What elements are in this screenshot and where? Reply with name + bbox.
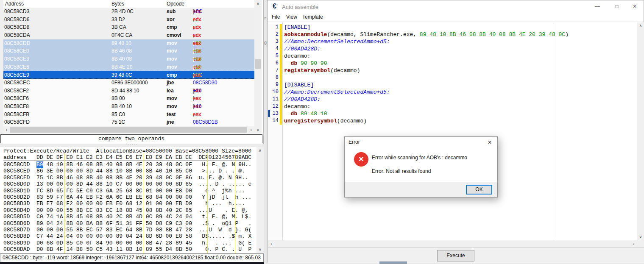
dialog-close-button[interactable]: ✕: [485, 138, 495, 147]
hex-byte[interactable]: 65: [56, 188, 63, 194]
hex-byte[interactable]: EC: [106, 207, 113, 214]
disasm-row[interactable]: 08C58CFD75 1Cjne08C58D1B: [3, 118, 254, 126]
hex-byte[interactable]: 40: [106, 161, 113, 168]
hex-row[interactable]: 08C58CFD 75 1C 8B 46 08 8B 40 08 8B 4E 2…: [3, 175, 251, 181]
hex-byte[interactable]: 39: [156, 161, 162, 168]
hex-byte[interactable]: 4F: [56, 246, 63, 253]
hex-byte[interactable]: 00: [86, 233, 93, 239]
hex-byte[interactable]: 10: [56, 161, 63, 168]
hex-byte[interactable]: 00: [86, 200, 93, 207]
hex-byte[interactable]: 8B: [126, 168, 133, 174]
hex-byte[interactable]: EB: [106, 200, 113, 207]
maximize-button[interactable]: □: [610, 0, 624, 13]
hex-byte[interactable]: C0: [76, 240, 83, 246]
code-line[interactable]: 6 db 90 90 90: [268, 60, 637, 67]
hex-byte[interactable]: 01: [146, 200, 153, 207]
hex-byte[interactable]: 40: [156, 168, 162, 174]
scroll-up-icon[interactable]: ∧: [254, 0, 262, 7]
hex-byte[interactable]: 8B: [116, 175, 123, 181]
hex-row[interactable]: 08C58D1D FC 8D 65 FC 5E C9 C3 6A 25 68 8…: [3, 188, 251, 194]
hex-byte[interactable]: 8B: [166, 227, 173, 233]
hex-row[interactable]: 08C58D7D 00 00 00 55 8B EC 57 83 EC 64 8…: [3, 227, 251, 233]
hex-byte[interactable]: 00: [76, 233, 83, 239]
hex-byte[interactable]: 55: [66, 207, 73, 214]
hex-byte[interactable]: 00: [66, 168, 73, 174]
hex-byte[interactable]: 00: [66, 181, 73, 187]
hex-byte[interactable]: FC: [66, 188, 73, 194]
hex-byte[interactable]: 8D: [146, 233, 153, 239]
hex-row[interactable]: 08C58D3D EB E7 68 F2 00 00 00 EB E0 68 1…: [3, 200, 251, 207]
hex-byte[interactable]: 8B: [96, 161, 103, 168]
disasm-row[interactable]: 08C58CDA0F4C CAcmovlecx,edx: [3, 31, 254, 39]
scrollbar-thumb[interactable]: [255, 59, 261, 69]
disasm-row[interactable]: 08C58CD83B CAcmpecx,edx: [3, 23, 254, 31]
hex-row[interactable]: 08C58D5D C0 74 1A 8B 45 08 8B 40 2C 8B 4…: [3, 214, 251, 220]
hex-byte[interactable]: E8: [176, 233, 182, 239]
hex-row[interactable]: 08C58D6D 89 04 24 8B 00 BA B8 6F 51 31 F…: [3, 220, 251, 227]
hex-byte[interactable]: 89: [176, 240, 182, 246]
scrollbar-thumb[interactable]: [10, 127, 247, 133]
hex-byte[interactable]: 0C: [146, 214, 153, 220]
hex-byte[interactable]: 08: [106, 175, 113, 181]
code-line[interactable]: 10//Ammo:DecrementSelectedAmmo+d5:: [268, 89, 637, 96]
hex-byte[interactable]: 74: [46, 214, 53, 220]
hex-byte[interactable]: 00: [36, 227, 43, 233]
code-line[interactable]: 8: [268, 74, 637, 81]
disasm-row[interactable]: 08C58CF88B 40 10moveax,[eax+10]: [3, 103, 254, 111]
code-line[interactable]: 11//00AD428D:: [268, 96, 637, 103]
hex-byte[interactable]: 00: [106, 233, 113, 239]
hex-byte[interactable]: 6A: [66, 194, 73, 200]
hex-row[interactable]: 08C58D0D 13 00 00 00 8D 44 88 10 C7 00 0…: [3, 181, 251, 187]
hex-byte[interactable]: 00: [76, 220, 83, 227]
hex-byte[interactable]: 88: [96, 181, 103, 187]
hex-byte[interactable]: 12: [136, 200, 142, 207]
hex-byte[interactable]: 00: [76, 200, 83, 207]
hex-byte[interactable]: 86: [36, 168, 43, 174]
hex-byte[interactable]: 10: [166, 168, 173, 174]
hex-byte[interactable]: 39: [146, 175, 153, 181]
hex-byte[interactable]: 00: [185, 220, 192, 227]
hex-byte[interactable]: 24: [176, 214, 182, 220]
hex-byte[interactable]: 0F: [176, 175, 182, 181]
hex-byte[interactable]: 14: [66, 246, 73, 253]
hex-byte[interactable]: 40: [166, 207, 173, 214]
hex-byte[interactable]: 08: [76, 175, 83, 181]
hex-byte[interactable]: 4E: [136, 161, 142, 168]
hex-byte[interactable]: B8: [96, 220, 103, 227]
hex-byte[interactable]: 00: [126, 181, 133, 187]
hex-byte[interactable]: 8B: [126, 161, 133, 168]
hex-byte[interactable]: 57: [96, 227, 103, 233]
dialog-titlebar[interactable]: Error ✕: [345, 137, 497, 148]
hex-byte[interactable]: 85: [176, 168, 182, 174]
hex-byte[interactable]: 8B: [76, 227, 83, 233]
hex-byte[interactable]: 8B: [66, 220, 73, 227]
hex-byte[interactable]: 4E: [126, 175, 133, 181]
hex-byte[interactable]: 8B: [146, 240, 153, 246]
hex-byte[interactable]: 8B: [66, 214, 73, 220]
hex-byte[interactable]: 46: [66, 175, 73, 181]
hex-byte[interactable]: 00: [96, 200, 103, 207]
hex-byte[interactable]: 00: [136, 240, 142, 246]
hex-byte[interactable]: 00: [146, 181, 153, 187]
hex-byte[interactable]: 68: [56, 200, 63, 207]
hex-byte[interactable]: 28: [185, 227, 192, 233]
hex-row[interactable]: 08C58D9D D0 68 0D 85 C0 0F 84 90 00 00 0…: [3, 240, 251, 246]
hex-byte[interactable]: 10: [116, 168, 123, 174]
hex-byte[interactable]: 20: [136, 175, 142, 181]
hex-byte[interactable]: 04: [66, 233, 73, 239]
hex-byte[interactable]: 5E: [76, 188, 83, 194]
scroll-up-icon[interactable]: ∧: [637, 22, 644, 29]
hex-byte[interactable]: 44: [46, 233, 53, 239]
hex-byte[interactable]: 6C: [116, 194, 123, 200]
hex-byte[interactable]: 00: [126, 240, 133, 246]
hex-byte[interactable]: 31: [126, 220, 133, 227]
hex-byte[interactable]: 84: [96, 240, 103, 246]
hex-byte[interactable]: 8B: [146, 168, 153, 174]
hex-byte[interactable]: C0: [36, 214, 43, 220]
hex-byte[interactable]: 8C: [136, 188, 142, 194]
hex-byte[interactable]: 24: [56, 233, 63, 239]
hex-byte[interactable]: 00: [166, 194, 173, 200]
hex-byte[interactable]: 04: [126, 233, 133, 239]
hex-byte[interactable]: 0F: [86, 240, 93, 246]
hex-row[interactable]: 08C58CED 86 3E 00 00 00 8D 44 88 10 8B 0…: [3, 168, 251, 174]
